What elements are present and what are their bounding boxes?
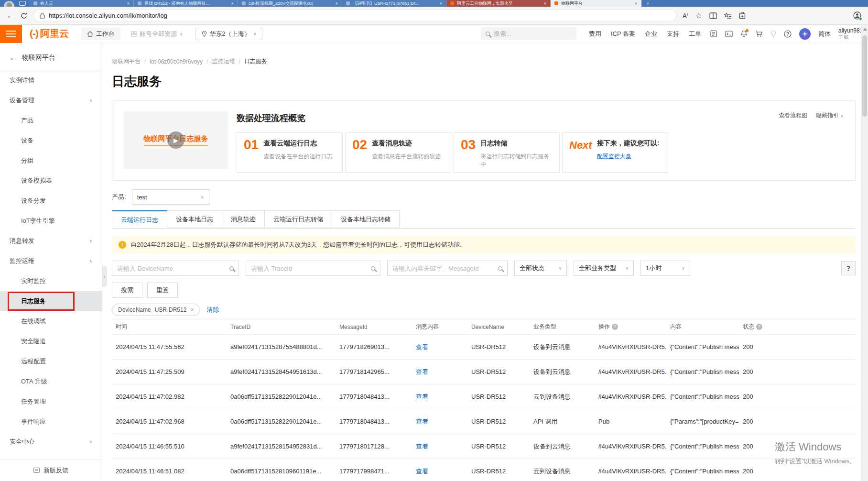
tab-cloud-run-log[interactable]: 云端运行日志 [112,210,167,228]
lightbulb-icon[interactable] [770,30,776,38]
sidebar-item-realtime-monitor[interactable]: 实时监控 [0,271,102,291]
api-doc-icon[interactable] [710,30,717,37]
sidebar-item-secure-tunnel[interactable]: 安全隧道 [0,331,102,351]
time-range-select[interactable]: 1小时 ∨ [640,261,690,276]
search-button[interactable]: 搜索 [112,283,142,298]
read-aloud-icon[interactable]: A) [683,12,688,19]
scroll-up-arrow[interactable] [863,28,867,31]
sidebar-item-task-management[interactable]: 任务管理 [0,392,102,412]
hide-guide-link[interactable]: 隐藏指引 ∧ [816,111,844,120]
sidebar-back-header[interactable]: ← 物联网平台 [0,43,102,70]
sidebar-item-iot-twin-engine[interactable]: IoT孪生引擎 [0,211,102,231]
account-resources-select[interactable]: 账号全部资源 ∨ [131,30,183,38]
sidebar-item-log-service[interactable]: 日志服务 [0,291,102,311]
sidebar-item-device-distribution[interactable]: 设备分发 [0,191,102,211]
view-message-link[interactable]: 查看 [416,468,428,475]
device-name-input[interactable] [117,265,226,272]
sidebar-item-instance-detail[interactable]: 实例详情 [0,70,102,90]
tab-close-icon[interactable]: × [543,1,546,6]
collections-icon[interactable] [724,12,732,19]
favorite-star-icon[interactable]: ☆ [695,12,702,20]
menu-support[interactable]: 支持 [667,30,679,38]
sidebar-group-device-management[interactable]: 设备管理∧ [0,90,102,110]
help-question-icon[interactable]: ? [612,324,618,330]
browser-avatar[interactable] [4,1,14,7]
view-message-link[interactable]: 查看 [416,343,428,350]
search-icon[interactable] [229,266,234,271]
sidebar-collapse-handle[interactable]: ‹ [102,266,107,287]
split-screen-icon[interactable] [709,12,717,19]
browser-tab-4[interactable]: 阿里云工业物联网，实惠火早 × [446,0,551,7]
console-search[interactable]: 搜索... [481,27,576,40]
tab-layout-icon[interactable] [19,1,26,6]
keyword-search[interactable] [387,261,508,276]
cart-icon[interactable] [755,30,763,37]
sidebar-group-message-forwarding[interactable]: 消息转发∨ [0,231,102,251]
tab-close-icon[interactable]: × [634,1,637,6]
view-message-link[interactable]: 查看 [416,368,428,375]
biz-type-select[interactable]: 全部业务类型 ∨ [574,261,634,276]
url-text[interactable]: https://iot.console.aliyun.com/lk/monito… [49,12,167,19]
browser-profile-icon[interactable] [853,11,861,20]
sidebar-item-group[interactable]: 分组 [0,151,102,171]
tab-close-icon[interactable]: × [439,1,442,6]
page-scrollbar[interactable] [861,25,868,481]
back-icon[interactable]: ← [7,12,14,20]
keyword-input[interactable] [392,265,494,272]
sidebar-item-event-response[interactable]: 事件响应 [0,412,102,432]
view-flowchart-link[interactable]: 查看流程图 [779,111,807,120]
sidebar-item-online-debug[interactable]: 在线调试 [0,311,102,331]
browser-tab-3[interactable]: 【说明书】USR-G771 G7863 Dr... × [342,0,446,7]
device-name-search[interactable] [112,261,239,276]
breadcrumb-monitor-ops[interactable]: 监控运维 [212,57,235,66]
guide-video-thumbnail[interactable]: 物联网平台日志服务 ▶ [124,111,228,169]
url-bar[interactable]: https://iot.console.aliyun.com/lk/monito… [33,9,677,22]
hamburger-menu-button[interactable] [0,25,22,43]
cloudshell-terminal-icon[interactable] [725,31,733,37]
language-toggle[interactable]: 简体 [818,30,831,38]
breadcrumb-platform[interactable]: 物联网平台 [112,57,141,66]
browser-tab-0[interactable]: 有人云 × [30,0,134,7]
tab-close-icon[interactable]: × [335,1,338,6]
play-icon[interactable]: ▶ [167,131,184,149]
refresh-icon[interactable] [20,12,28,20]
view-message-link[interactable]: 查看 [416,418,428,425]
sidebar-group-monitor-ops[interactable]: 监控运维∧ [0,251,102,271]
chip-close-icon[interactable]: × [190,306,194,313]
region-select[interactable]: 华东2（上海） ∨ [195,28,263,40]
tab-close-icon[interactable]: × [127,1,130,6]
aliyun-logo[interactable]: (-) 阿里云 [30,27,69,40]
sidebar-item-remote-config[interactable]: 远程配置 [0,351,102,372]
feedback-button[interactable]: 新版反馈 [0,459,102,481]
trace-id-input[interactable] [251,265,367,272]
notifications-bell-icon[interactable] [740,30,748,37]
device-filter-chip[interactable]: DeviceName USR-DR512 × [112,304,200,316]
configure-dashboard-link[interactable]: 配置监控大盘 [597,153,631,161]
view-message-link[interactable]: 查看 [416,443,428,450]
back-arrow-icon[interactable]: ← [10,54,17,62]
view-message-link[interactable]: 查看 [416,393,428,400]
workbench-button[interactable]: 工作台 [81,28,120,40]
trace-id-search[interactable] [246,261,380,276]
new-tab-button[interactable]: + [646,0,650,7]
product-select[interactable]: test ∨ [132,189,209,205]
search-icon[interactable] [371,266,375,271]
scrollbar-thumb[interactable] [862,35,867,117]
search-icon[interactable] [498,266,502,271]
sidebar-item-device-simulator[interactable]: 设备模拟器 [0,171,102,191]
tab-message-trace[interactable]: 消息轨迹 [222,210,265,228]
browser-tab-2[interactable]: cut-钳形线圈_220V交流探测电cut × [238,0,342,7]
reset-button[interactable]: 重置 [147,283,178,298]
tab-device-local-log-dump[interactable]: 设备本地日志转储 [332,210,400,228]
tab-cloud-log-dump[interactable]: 云端运行日志转储 [265,210,332,228]
tab-close-icon[interactable]: × [231,1,234,6]
sidebar-item-device[interactable]: 设备 [0,131,102,151]
sidebar-item-ota-upgrade[interactable]: OTA 升级 [0,372,102,392]
app-avatar-icon[interactable] [799,28,811,40]
help-button[interactable]: ? [841,261,856,275]
menu-enterprise[interactable]: 企业 [645,30,657,38]
menu-ticket[interactable]: 工单 [689,30,701,38]
clipboard-add-icon[interactable] [739,12,746,19]
help-question-icon[interactable]: ? [756,324,762,330]
browser-tab-5-active[interactable]: 物联网平台 × [551,0,641,7]
